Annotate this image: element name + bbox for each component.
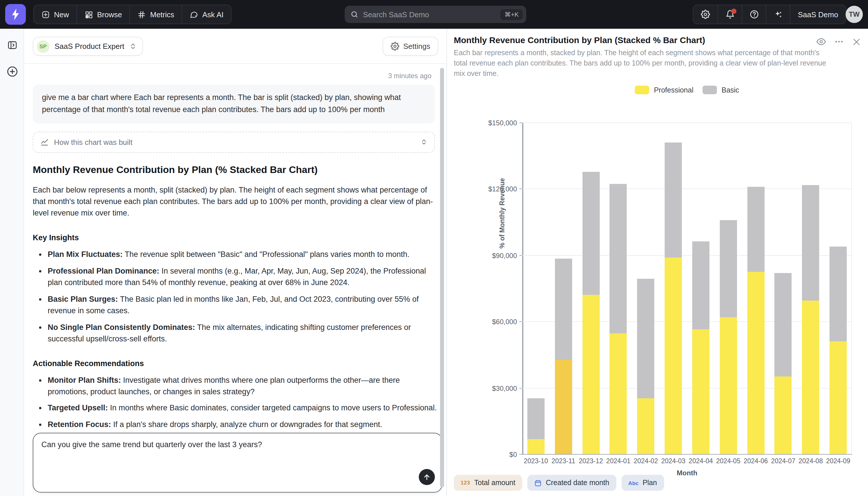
help-button[interactable] <box>742 5 766 24</box>
search-shortcut-badge: ⌘+K <box>500 9 523 20</box>
help-circle-icon <box>750 10 759 19</box>
segment-professional[interactable] <box>527 439 545 454</box>
legend-label: Professional <box>654 86 694 94</box>
send-button[interactable] <box>419 469 435 485</box>
browse-button[interactable]: Browse <box>76 5 130 24</box>
close-panel-button[interactable] <box>852 37 861 47</box>
calendar-icon <box>534 479 542 486</box>
segment-professional[interactable] <box>610 333 627 454</box>
agent-settings-button[interactable]: Settings <box>383 37 438 56</box>
response-intro: Each bar below represents a month, split… <box>33 185 438 219</box>
segment-professional[interactable] <box>637 398 655 454</box>
legend-entry[interactable]: Basic <box>703 86 739 94</box>
list-item: Professional Plan Dominance: In several … <box>48 265 438 288</box>
more-menu-button[interactable] <box>834 37 844 47</box>
app-logo[interactable] <box>5 4 26 25</box>
new-button[interactable]: New <box>34 5 76 24</box>
assistant-response: Monthly Revenue Contribution by Plan (% … <box>33 165 438 462</box>
segment-basic[interactable] <box>665 143 682 258</box>
bar-2024-02[interactable] <box>637 279 655 454</box>
segment-professional[interactable] <box>747 272 764 454</box>
segment-professional[interactable] <box>555 360 572 454</box>
segment-professional[interactable] <box>582 295 599 454</box>
segment-professional[interactable] <box>802 300 819 454</box>
y-tick-mark <box>519 255 522 256</box>
chat-thread: 3 minutes ago give me a bar chart where … <box>24 64 446 496</box>
message-timestamp: 3 minutes ago <box>33 72 435 80</box>
list-item: Basic Plan Surges: The Basic plan led in… <box>48 293 438 316</box>
settings-nav-button[interactable] <box>693 5 718 24</box>
bar-2023-12[interactable] <box>582 172 599 454</box>
ask-ai-button[interactable]: Ask AI <box>182 5 231 24</box>
legend-swatch <box>703 86 717 94</box>
how-chart-built-label: How this chart was built <box>54 138 132 146</box>
segment-professional[interactable] <box>830 341 847 454</box>
notifications-button[interactable] <box>718 5 742 24</box>
plus-circle-icon <box>6 65 18 77</box>
app: New Browse Metrics Ask AI Search SaaS De… <box>0 0 868 496</box>
segment-basic[interactable] <box>830 247 847 342</box>
segment-basic[interactable] <box>582 172 599 295</box>
segment-professional[interactable] <box>665 257 682 454</box>
chat-input[interactable]: Can you give the same trend but quarterl… <box>33 433 442 493</box>
notification-badge <box>731 9 737 14</box>
segment-basic[interactable] <box>527 398 545 439</box>
segment-basic[interactable] <box>720 220 737 317</box>
bar-2024-05[interactable] <box>720 220 737 454</box>
bar-2023-10[interactable] <box>527 398 545 454</box>
bar-2024-07[interactable] <box>775 273 792 454</box>
segment-professional[interactable] <box>720 317 737 454</box>
agent-selector[interactable]: SP SaaS Product Expert <box>33 37 143 56</box>
toggle-sidebar-button[interactable] <box>0 34 24 55</box>
segment-basic[interactable] <box>802 185 819 300</box>
numeric-123-icon: 123 <box>461 480 470 486</box>
x-tick-label: 2024-09 <box>821 458 855 464</box>
bar-2023-11[interactable] <box>555 259 572 454</box>
segment-basic[interactable] <box>610 184 627 334</box>
y-tick-mark <box>519 388 522 388</box>
chat-scrollbar[interactable] <box>440 68 444 487</box>
bar-2024-06[interactable] <box>747 186 764 454</box>
gear-icon <box>701 10 710 19</box>
bar-2024-01[interactable] <box>610 184 627 454</box>
workspace-name: SaaS Demo <box>798 10 838 19</box>
how-chart-built-toggle[interactable]: How this chart was built <box>33 131 435 153</box>
bar-2024-03[interactable] <box>665 143 682 454</box>
y-tick-label: $150,000 <box>477 119 517 127</box>
ask-ai-label: Ask AI <box>203 10 224 19</box>
new-thread-button[interactable] <box>0 61 24 82</box>
segment-basic[interactable] <box>775 273 792 376</box>
user-avatar[interactable]: TW <box>846 6 863 23</box>
legend-swatch <box>635 86 649 94</box>
bar-2024-09[interactable] <box>830 247 847 454</box>
global-search-input[interactable]: Search SaaS Demo ⌘+K <box>345 6 526 23</box>
chip-plan[interactable]: Abc Plan <box>621 475 664 491</box>
view-button[interactable] <box>816 37 826 47</box>
metrics-label: Metrics <box>150 10 174 19</box>
close-icon <box>852 37 861 46</box>
segment-basic[interactable] <box>555 259 572 360</box>
user-message: give me a bar chart where Each bar repre… <box>33 84 435 124</box>
chip-created-date-month[interactable]: Created date month <box>527 475 616 491</box>
bar-2024-08[interactable] <box>802 185 819 454</box>
ai-assistant-button[interactable] <box>766 5 790 24</box>
segment-professional[interactable] <box>692 330 709 454</box>
y-tick-label: $60,000 <box>477 318 517 326</box>
legend-entry[interactable]: Professional <box>635 86 694 94</box>
segment-professional[interactable] <box>775 376 792 454</box>
y-tick-label: $90,000 <box>477 252 517 260</box>
segment-basic[interactable] <box>692 242 709 330</box>
workspace-switcher[interactable]: SaaS Demo <box>790 5 846 24</box>
chip-total-amount[interactable]: 123 Total amount <box>454 475 522 491</box>
chat-header: SP SaaS Product Expert Settings <box>24 29 446 64</box>
segment-basic[interactable] <box>747 186 764 272</box>
agent-avatar: SP <box>37 40 49 52</box>
bar-2024-04[interactable] <box>692 242 709 454</box>
y-tick-mark <box>519 321 522 322</box>
chart-actions <box>816 37 861 47</box>
y-tick-mark <box>519 122 522 123</box>
segment-basic[interactable] <box>637 279 655 398</box>
chart-description: Each bar represents a month, stacked by … <box>454 48 833 79</box>
grid-icon <box>84 10 93 19</box>
metrics-button[interactable]: Metrics <box>130 5 182 24</box>
